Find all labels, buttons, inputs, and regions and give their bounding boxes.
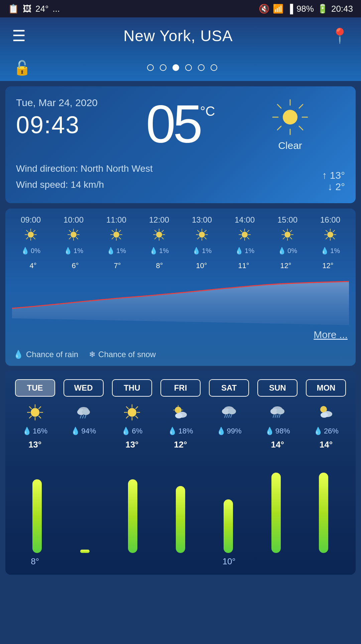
bar-col-wed: [65, 550, 105, 553]
more-button[interactable]: More ...: [5, 326, 356, 346]
week-high-sat: --: [209, 439, 249, 450]
hour-col-3: 12:00 💧1%: [141, 215, 177, 255]
hour-rain-4: 💧1%: [192, 247, 212, 255]
svg-point-81: [31, 408, 39, 417]
hour-label-3: 12:00: [149, 215, 169, 225]
hour-icon-2: [110, 228, 123, 244]
page-indicator: 🔓: [0, 54, 361, 81]
temperature-chart: [12, 271, 349, 325]
day-icon-wed: [75, 403, 93, 425]
svg-line-8: [277, 126, 281, 130]
location-icon[interactable]: 📍: [331, 27, 349, 45]
status-left: 📋 🖼 24° ...: [8, 4, 60, 14]
status-bar: 📋 🖼 24° ... 🔇 📶 ▐ 98% 🔋 20:43: [0, 0, 361, 17]
week-low-sat: 10°: [209, 556, 249, 567]
weather-date: Tue, Mar 24, 2020: [16, 97, 126, 108]
day-icon-thu: [123, 403, 141, 425]
hourly-times: 09:00 💧0% 10:00 💧1% 11:00 💧1% 12:00: [5, 209, 356, 255]
svg-line-50: [198, 230, 199, 232]
week-high-thu: 13°: [112, 439, 152, 450]
svg-point-63: [284, 232, 290, 238]
hour-rain-3: 💧1%: [149, 247, 169, 255]
day-col-mon: 💧26%: [304, 403, 348, 435]
snow-legend: ❄ Chance of snow: [89, 350, 156, 359]
svg-point-18: [71, 232, 77, 238]
weekly-section: TUE WED THU FRI SAT SUN MON 💧16%: [5, 371, 356, 575]
chart-temp-3: 8°: [144, 261, 174, 270]
hour-label-2: 11:00: [106, 215, 126, 225]
day-rain-fri: 💧18%: [168, 427, 193, 435]
svg-line-70: [290, 230, 292, 232]
svg-line-115: [225, 415, 226, 417]
week-high-sun: 14°: [257, 439, 297, 450]
dot-5[interactable]: [198, 64, 205, 71]
svg-line-51: [205, 237, 206, 239]
bar-col-tue: [17, 479, 57, 553]
dot-3[interactable]: [172, 64, 179, 71]
battery-icon: 🔋: [317, 4, 328, 14]
day-tab-sat[interactable]: SAT: [209, 379, 249, 397]
day-rain-thu: 💧6%: [121, 427, 142, 435]
svg-point-45: [199, 232, 205, 238]
svg-point-96: [128, 408, 136, 417]
bar-col-sat: [208, 499, 248, 553]
svg-line-101: [126, 407, 128, 409]
svg-point-114: [228, 408, 236, 414]
svg-line-102: [136, 416, 138, 418]
hour-col-7: 16:00 💧1%: [312, 215, 349, 255]
svg-line-15: [33, 237, 35, 239]
dot-1[interactable]: [147, 64, 154, 71]
svg-line-88: [39, 407, 41, 409]
hour-col-4: 13:00 💧1%: [184, 215, 220, 255]
day-col-fri: 💧18%: [159, 403, 202, 435]
day-tab-tue[interactable]: TUE: [15, 379, 55, 397]
week-low-sun: --: [257, 556, 297, 567]
svg-line-52: [205, 230, 206, 232]
day-tabs: TUE WED THU FRI SAT SUN MON: [11, 379, 350, 397]
sun-icon: [270, 97, 310, 137]
day-tab-mon[interactable]: MON: [306, 379, 346, 397]
hour-label-5: 14:00: [235, 215, 255, 225]
week-high-tue: 13°: [15, 439, 55, 450]
week-low-wed: --: [64, 556, 104, 567]
snow-legend-label: Chance of snow: [98, 350, 156, 359]
hour-rain-0: 💧0%: [21, 247, 40, 255]
weather-card: Tue, Mar 24, 2020 09:43 05 °C: [5, 86, 356, 203]
svg-point-111: [175, 413, 183, 418]
hour-icon-7: [324, 228, 337, 244]
week-low-fri: --: [160, 556, 201, 567]
svg-line-5: [277, 104, 281, 108]
bar-col-mon: [304, 473, 344, 553]
hour-icon-6: [281, 228, 294, 244]
dot-2[interactable]: [160, 64, 166, 71]
day-col-thu: 💧6%: [110, 403, 154, 435]
status-dots: ...: [52, 4, 60, 14]
hour-icon-3: [152, 228, 166, 244]
svg-line-41: [155, 230, 156, 232]
day-tab-wed[interactable]: WED: [64, 379, 104, 397]
hour-rain-5: 💧1%: [235, 247, 254, 255]
day-tab-fri[interactable]: FRI: [160, 379, 201, 397]
svg-point-72: [327, 232, 333, 238]
dot-4[interactable]: [185, 64, 192, 71]
mute-icon: 🔇: [259, 4, 269, 14]
svg-point-0: [283, 110, 297, 125]
svg-point-54: [242, 232, 248, 238]
weather-left: Tue, Mar 24, 2020 09:43: [16, 97, 126, 139]
svg-line-122: [273, 415, 274, 417]
chart-legend: 💧 Chance of rain ❄ Chance of snow: [5, 346, 356, 366]
day-icon-fri: [171, 403, 190, 425]
svg-line-104: [126, 416, 128, 418]
day-icon-sat: [220, 403, 238, 425]
menu-icon[interactable]: ☰: [12, 27, 26, 45]
hour-label-0: 09:00: [21, 215, 41, 225]
dot-6[interactable]: [211, 64, 217, 71]
bar-thu: [128, 479, 137, 553]
svg-line-87: [39, 416, 41, 418]
day-tab-sun[interactable]: SUN: [257, 379, 297, 397]
bar-wed: [80, 550, 90, 553]
day-tab-thu[interactable]: THU: [112, 379, 152, 397]
svg-line-34: [119, 230, 121, 232]
svg-line-59: [240, 230, 242, 232]
svg-line-77: [326, 230, 328, 232]
